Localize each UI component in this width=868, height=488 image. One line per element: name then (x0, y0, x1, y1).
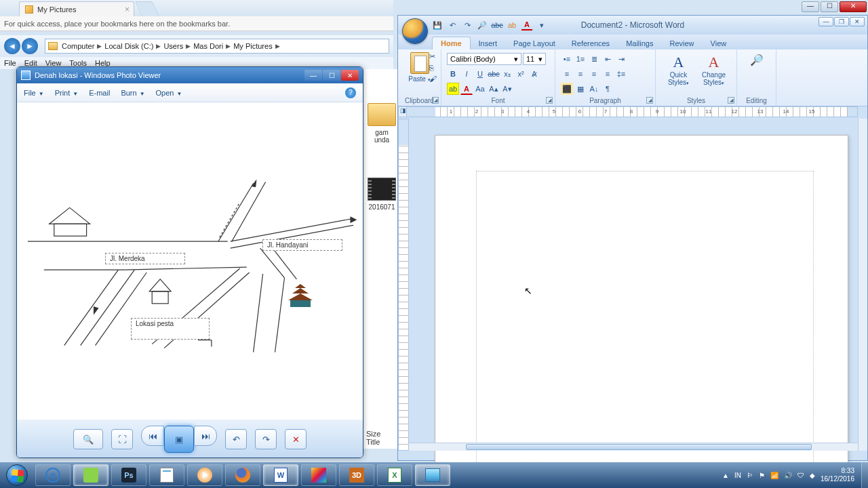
breadcrumb[interactable]: Computer▶ Local Disk (C:)▶ Users▶ Mas Do… (45, 39, 389, 54)
browser-tab[interactable]: My Pictures × (19, 1, 134, 16)
minimize-button[interactable]: — (802, 1, 819, 12)
align-center-button[interactable]: ≡ (574, 68, 587, 80)
close-button[interactable]: ✕ (840, 1, 867, 12)
start-button[interactable] (0, 462, 34, 488)
highlight-button[interactable]: ab (447, 83, 459, 95)
restore-button[interactable]: ❐ (834, 17, 849, 26)
tray-shield-icon[interactable]: 🛡 (797, 472, 804, 479)
tab-references[interactable]: References (564, 37, 618, 49)
zoom-button[interactable]: 🔍 (73, 429, 103, 449)
horizontal-ruler[interactable]: 123456789101112131415 (406, 106, 858, 117)
vertical-scrollbar[interactable] (858, 119, 867, 451)
actual-size-button[interactable]: ⛶ (111, 429, 133, 449)
taskbar-word[interactable]: W (263, 464, 298, 486)
taskbar-notepad[interactable] (149, 464, 184, 486)
qat-customize-icon[interactable]: ▾ (536, 20, 547, 30)
font-dialog-launcher[interactable]: ◢ (546, 97, 553, 104)
align-left-button[interactable]: ≡ (561, 68, 573, 80)
paragraph-dialog-launcher[interactable]: ◢ (646, 97, 653, 104)
rotate-left-button[interactable]: ↶ (225, 429, 247, 449)
minimize-button[interactable]: — (304, 70, 322, 81)
menu-open[interactable]: Open▼ (156, 89, 182, 97)
change-case-button[interactable]: Aa (474, 83, 486, 95)
tab-view[interactable]: View (703, 37, 735, 49)
font-color-button[interactable]: A (460, 83, 473, 95)
tab-mailings[interactable]: Mailings (618, 37, 661, 49)
italic-button[interactable]: I (460, 68, 473, 80)
menu-file[interactable]: File (4, 59, 16, 67)
taskbar-clover[interactable] (73, 464, 108, 486)
bullets-button[interactable]: •≡ (561, 53, 573, 65)
print-preview-icon[interactable]: 🔎 (477, 20, 488, 30)
word-titlebar[interactable]: 💾 ↶ ↷ 🔎 abc ab A ▾ Document2 - Microsoft… (398, 16, 867, 35)
underline-button[interactable]: U (474, 68, 486, 80)
tray-flag-icon[interactable]: 🏳 (747, 472, 753, 479)
line-spacing-button[interactable]: ‡≡ (615, 68, 627, 80)
rotate-right-button[interactable]: ↷ (255, 429, 277, 449)
superscript-button[interactable]: x² (515, 68, 527, 80)
copy-icon[interactable]: ⎘ (429, 64, 437, 72)
tab-page-layout[interactable]: Page Layout (505, 37, 564, 49)
grow-font-button[interactable]: A▴ (488, 83, 500, 95)
undo-icon[interactable]: ↶ (447, 20, 458, 30)
taskbar-photoshop[interactable]: Ps (111, 464, 146, 486)
menu-burn[interactable]: Burn▼ (121, 89, 144, 97)
taskbar-3d[interactable]: 3D (339, 464, 374, 486)
strikethrough-icon[interactable]: abc (492, 20, 502, 30)
tray-volume-icon[interactable]: 🔊 (784, 472, 792, 479)
justify-button[interactable]: ≡ (601, 68, 614, 80)
taskbar-photo-viewer[interactable] (415, 464, 450, 486)
office-button[interactable] (402, 18, 428, 44)
clipboard-dialog-launcher[interactable]: ◢ (432, 97, 439, 104)
previous-button[interactable]: ⏮ (141, 426, 164, 446)
next-button[interactable]: ⏭ (194, 426, 217, 446)
taskbar-media-player[interactable] (187, 464, 222, 486)
shrink-font-button[interactable]: A▾ (501, 83, 513, 95)
tab-insert[interactable]: Insert (471, 37, 506, 49)
multilevel-list-button[interactable]: ≣ (588, 53, 600, 65)
tab-home[interactable]: Home (432, 37, 471, 49)
maximize-button[interactable]: ☐ (323, 70, 340, 81)
menu-file[interactable]: File▼ (24, 89, 44, 97)
taskbar-ie[interactable] (35, 464, 71, 486)
find-icon[interactable]: 🔎 (750, 54, 764, 66)
font-color-icon[interactable]: A (521, 20, 532, 30)
tray-app-icon[interactable]: ◆ (810, 472, 815, 479)
menu-email[interactable]: E-mail (89, 89, 110, 97)
tab-review[interactable]: Review (661, 37, 702, 49)
save-icon[interactable]: 💾 (432, 20, 443, 30)
shading-button[interactable]: ⬛ (561, 83, 573, 95)
folder-item[interactable]: gam unda (366, 103, 397, 144)
font-name-combo[interactable]: Calibri (Body)▾ (447, 53, 521, 65)
help-icon[interactable]: ? (345, 87, 356, 98)
borders-button[interactable]: ▦ (574, 83, 587, 95)
taskbar-clock[interactable]: 8:33 16/12/2016 (821, 467, 857, 483)
subscript-button[interactable]: x₂ (501, 68, 513, 80)
vertical-ruler[interactable] (398, 119, 409, 451)
tray-action-center-icon[interactable]: ⚑ (759, 472, 765, 479)
cut-icon[interactable]: ✂ (429, 52, 437, 61)
tray-show-hidden-icon[interactable]: ▲ (722, 472, 729, 479)
nav-back-button[interactable]: ◄ (4, 38, 20, 54)
styles-dialog-launcher[interactable]: ◢ (728, 97, 734, 104)
font-size-combo[interactable]: 11▾ (523, 53, 546, 65)
align-right-button[interactable]: ≡ (588, 68, 600, 80)
taskbar-firefox[interactable] (225, 464, 260, 486)
highlight-icon[interactable]: ab (507, 20, 517, 30)
slideshow-button[interactable]: ▣ (164, 426, 194, 453)
sort-button[interactable]: A↓ (588, 83, 600, 95)
maximize-button[interactable]: ☐ (821, 1, 838, 12)
clear-formatting-button[interactable]: A̷ (528, 68, 540, 80)
new-tab-button[interactable] (135, 1, 159, 16)
show-desktop-button[interactable] (861, 462, 868, 488)
bold-button[interactable]: B (447, 68, 459, 80)
decrease-indent-button[interactable]: ⇤ (601, 53, 614, 65)
show-marks-button[interactable]: ¶ (601, 83, 614, 95)
tray-network-icon[interactable]: 📶 (770, 472, 778, 479)
taskbar-paint[interactable] (301, 464, 336, 486)
close-button[interactable]: ✕ (850, 17, 865, 26)
numbering-button[interactable]: 1≡ (574, 53, 587, 65)
nav-forward-button[interactable]: ► (22, 38, 38, 54)
strikethrough-button[interactable]: abc (488, 68, 500, 80)
increase-indent-button[interactable]: ⇥ (615, 53, 627, 65)
